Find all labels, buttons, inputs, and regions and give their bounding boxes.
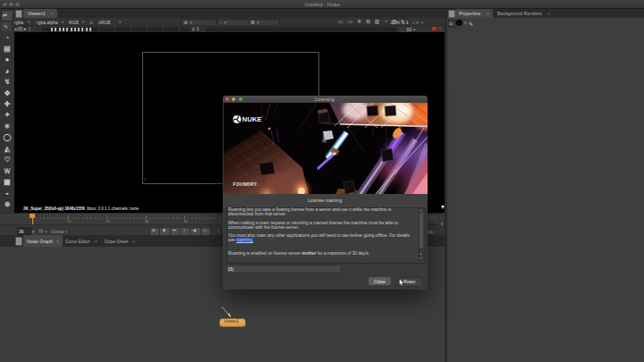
svg-text:FOUNDRY.: FOUNDRY.	[233, 182, 258, 187]
svg-text:NUKE: NUKE	[242, 115, 261, 123]
svg-text:®: ®	[261, 115, 263, 119]
